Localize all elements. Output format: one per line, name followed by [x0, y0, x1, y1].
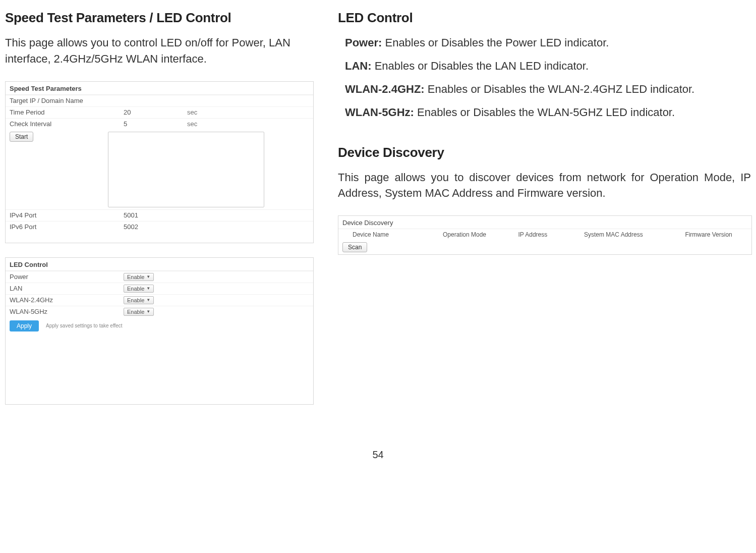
page-number: 54 [5, 449, 751, 461]
def-wlan5: WLAN-5GHz: Enables or Disables the WLAN-… [338, 104, 751, 121]
apply-hint: Apply saved settings to take effect [43, 323, 123, 328]
row-led-wlan5: WLAN-5GHz Enable ▼ [6, 306, 313, 317]
row-led-wlan24: WLAN-2.4GHz Enable ▼ [6, 294, 313, 306]
led-power-label: Power [6, 272, 120, 282]
target-label: Target IP / Domain Name [6, 96, 120, 105]
start-button[interactable]: Start [10, 132, 33, 142]
chevron-down-icon: ▼ [146, 274, 150, 279]
left-column: Speed Test Parameters / LED Control This… [5, 10, 318, 419]
def-wlan24-label: WLAN-2.4GHZ: [345, 83, 425, 95]
target-value[interactable] [120, 100, 128, 102]
chevron-down-icon: ▼ [146, 286, 150, 291]
col-operation-mode: Operation Mode [425, 229, 504, 240]
apply-button[interactable]: Apply [10, 320, 39, 331]
col-ip-address: IP Address [504, 229, 561, 240]
led-wlan5-select[interactable]: Enable ▼ [124, 308, 154, 316]
col-firmware-version: Firmware Version [666, 229, 751, 240]
time-period-label: Time Period [6, 107, 120, 117]
led-lan-label: LAN [6, 284, 120, 293]
led-lan-select[interactable]: Enable ▼ [124, 285, 154, 293]
speed-led-heading: Speed Test Parameters / LED Control [5, 10, 318, 26]
led-power-select[interactable]: Enable ▼ [124, 273, 154, 281]
row-led-lan: LAN Enable ▼ [6, 283, 313, 294]
led-wlan5-label: WLAN-5GHz [6, 307, 120, 316]
time-period-value[interactable]: 20 [120, 107, 183, 117]
def-wlan24-text: Enables or Disables the WLAN-2.4GHZ LED … [425, 83, 695, 95]
check-interval-label: Check Interval [6, 119, 120, 129]
speed-test-output[interactable] [108, 132, 264, 207]
row-led-power: Power Enable ▼ [6, 271, 313, 283]
speed-test-panel-title: Speed Test Parameters [6, 82, 313, 95]
led-lan-select-value: Enable [127, 286, 144, 292]
led-wlan5-select-value: Enable [127, 309, 144, 315]
led-wlan24-label: WLAN-2.4GHz [6, 295, 120, 305]
def-power-text: Enables or Disables the Power LED indica… [382, 36, 609, 49]
col-device-name: Device Name [338, 229, 425, 240]
def-lan: LAN: Enables or Disables the LAN LED ind… [338, 58, 751, 74]
led-power-select-value: Enable [127, 274, 144, 280]
ipv6-value[interactable]: 5002 [120, 222, 142, 232]
device-discovery-panel: Device Discovery Device Name Operation M… [338, 215, 752, 255]
def-power: Power: Enables or Disables the Power LED… [338, 35, 751, 51]
led-control-panel: LED Control Power Enable ▼ LAN Enable ▼ [5, 257, 314, 405]
check-interval-unit: sec [183, 119, 201, 129]
time-period-unit: sec [183, 107, 201, 117]
row-check-interval: Check Interval 5 sec [6, 118, 313, 130]
ipv4-label: IPv4 Port [6, 210, 120, 220]
def-wlan5-text: Enables or Disables the WLAN-5GHZ LED in… [414, 106, 675, 119]
check-interval-value[interactable]: 5 [120, 119, 183, 129]
led-wlan24-select[interactable]: Enable ▼ [124, 296, 154, 304]
page-columns: Speed Test Parameters / LED Control This… [5, 10, 751, 419]
scan-button[interactable]: Scan [342, 242, 367, 252]
ipv4-value[interactable]: 5001 [120, 210, 142, 220]
device-discovery-intro: This page allows you to discover devices… [338, 170, 751, 202]
led-control-heading: LED Control [338, 10, 751, 26]
speed-led-intro: This page allows you to control LED on/o… [5, 35, 318, 67]
speed-test-panel: Speed Test Parameters Target IP / Domain… [5, 81, 314, 243]
device-discovery-heading: Device Discovery [338, 145, 751, 160]
row-ipv6: IPv6 Port 5002 [6, 221, 313, 233]
led-control-panel-title: LED Control [6, 258, 313, 271]
row-ipv4: IPv4 Port 5001 [6, 209, 313, 221]
chevron-down-icon: ▼ [146, 298, 150, 302]
led-wlan24-select-value: Enable [127, 297, 144, 303]
def-lan-label: LAN: [345, 60, 372, 72]
device-discovery-header-row: Device Name Operation Mode IP Address Sy… [338, 229, 751, 240]
def-wlan5-label: WLAN-5GHz: [345, 106, 414, 119]
def-wlan24: WLAN-2.4GHZ: Enables or Disables the WLA… [338, 81, 751, 97]
right-column: LED Control Power: Enables or Disables t… [338, 10, 751, 419]
row-target: Target IP / Domain Name [6, 95, 313, 106]
def-lan-text: Enables or Disables the LAN LED indicato… [372, 60, 589, 72]
col-mac-address: System MAC Address [561, 229, 666, 240]
ipv6-label: IPv6 Port [6, 222, 120, 232]
device-discovery-table: Device Name Operation Mode IP Address Sy… [338, 229, 751, 240]
chevron-down-icon: ▼ [146, 309, 150, 314]
def-power-label: Power: [345, 36, 382, 49]
device-discovery-panel-title: Device Discovery [338, 216, 751, 229]
row-time-period: Time Period 20 sec [6, 106, 313, 118]
